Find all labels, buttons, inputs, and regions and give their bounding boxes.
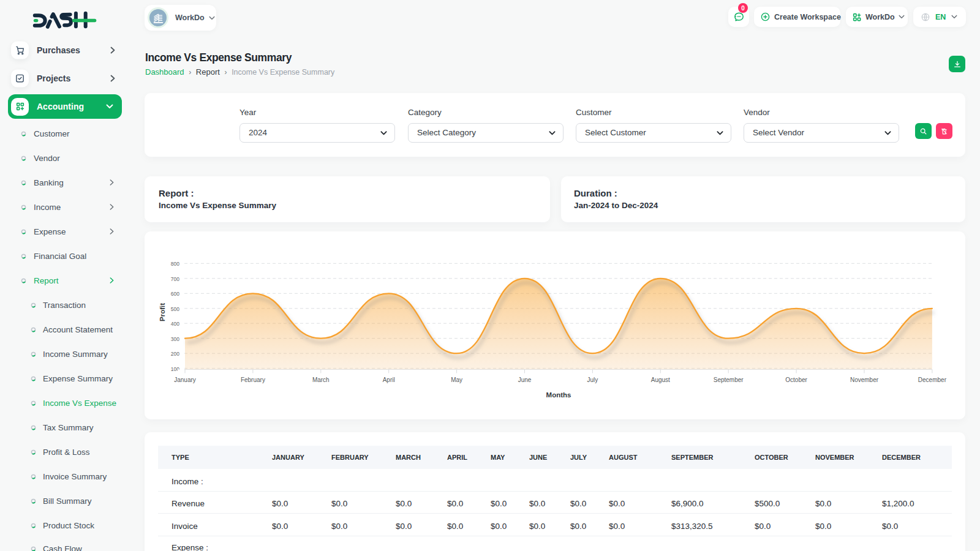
svg-text:700: 700	[171, 276, 179, 282]
svg-text:November: November	[850, 377, 879, 383]
svg-text:July: July	[587, 377, 598, 383]
svg-text:500: 500	[171, 306, 179, 312]
svg-text:June: June	[518, 377, 532, 383]
svg-text:200: 200	[171, 351, 179, 357]
svg-text:600: 600	[171, 291, 179, 297]
svg-text:800: 800	[171, 261, 179, 267]
svg-text:September: September	[714, 377, 744, 383]
svg-text:March: March	[312, 377, 330, 383]
svg-text:December: December	[918, 377, 947, 383]
svg-text:300: 300	[171, 336, 179, 342]
svg-text:Months: Months	[546, 391, 571, 399]
svg-text:May: May	[451, 377, 462, 383]
svg-text:August: August	[651, 377, 670, 383]
svg-text:400: 400	[171, 321, 179, 327]
svg-text:February: February	[241, 377, 265, 383]
svg-text:April: April	[383, 377, 395, 383]
svg-text:Profit: Profit	[159, 303, 166, 321]
svg-text:January: January	[174, 377, 196, 383]
svg-text:October: October	[785, 377, 807, 383]
